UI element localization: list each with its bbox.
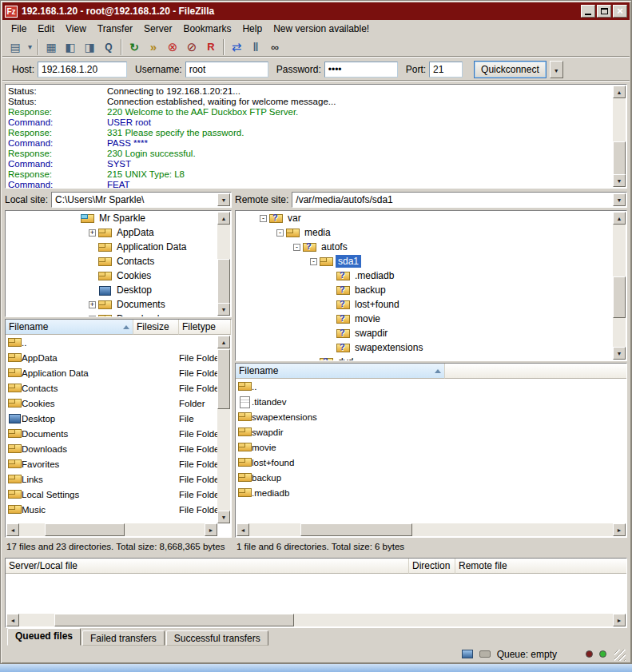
scrollbar-thumb[interactable] bbox=[613, 276, 626, 318]
menu-item[interactable]: File bbox=[6, 22, 32, 36]
tree-item[interactable]: movie bbox=[236, 312, 626, 326]
tree-expander-icon[interactable] bbox=[276, 229, 284, 237]
scroll-right-button[interactable] bbox=[613, 614, 626, 626]
file-row[interactable]: Favorites File Folder bbox=[6, 456, 231, 471]
speed-limit-icon[interactable] bbox=[479, 650, 491, 658]
menu-item[interactable]: View bbox=[60, 22, 92, 36]
quickconnect-dropdown-button[interactable] bbox=[550, 61, 563, 78]
local-site-combobox[interactable]: C:\Users\Mr Sparkle\ bbox=[51, 192, 232, 208]
file-row[interactable]: Application Data File Folder bbox=[6, 365, 231, 380]
local-list-horizontal-scrollbar[interactable] bbox=[6, 523, 217, 536]
scroll-right-button[interactable] bbox=[613, 523, 626, 536]
column-header-remote-file[interactable]: Remote file bbox=[455, 559, 626, 574]
scroll-left-button[interactable] bbox=[237, 523, 249, 536]
tree-item[interactable]: swapdir bbox=[236, 326, 626, 340]
scroll-up-button[interactable] bbox=[613, 85, 626, 98]
username-input[interactable] bbox=[185, 62, 268, 78]
process-queue-icon[interactable]: » bbox=[144, 38, 163, 56]
tree-item[interactable]: Desktop bbox=[6, 283, 231, 297]
tree-item[interactable]: lost+found bbox=[236, 297, 626, 312]
scroll-left-button[interactable] bbox=[6, 614, 19, 626]
tree-item[interactable]: var bbox=[236, 211, 626, 225]
toggle-local-tree-icon[interactable]: ◧ bbox=[61, 38, 80, 56]
column-header-direction[interactable]: Direction bbox=[409, 559, 455, 574]
file-row[interactable]: .. bbox=[236, 379, 626, 394]
close-button[interactable] bbox=[613, 5, 627, 18]
file-row[interactable]: Links File Folder bbox=[6, 471, 231, 487]
tree-item[interactable]: sda1 bbox=[236, 254, 626, 268]
scrollbar-thumb[interactable] bbox=[45, 523, 125, 536]
column-header-filetype[interactable]: Filetype bbox=[179, 320, 231, 335]
menu-item[interactable]: Server bbox=[138, 22, 177, 36]
file-row[interactable]: Cookies Folder bbox=[6, 396, 231, 411]
reconnect-icon[interactable]: R bbox=[201, 38, 221, 56]
remote-site-combobox[interactable]: /var/media/autofs/sda1 bbox=[292, 192, 627, 208]
tree-item[interactable]: dvd bbox=[236, 355, 626, 361]
tree-expander-icon[interactable] bbox=[310, 258, 317, 265]
scroll-down-button[interactable] bbox=[613, 174, 626, 187]
queue-tab[interactable]: Failed transfers bbox=[82, 630, 165, 646]
local-list-vertical-scrollbar[interactable] bbox=[217, 336, 230, 523]
maximize-button[interactable] bbox=[597, 5, 611, 18]
file-row[interactable]: Music File Folder bbox=[6, 502, 231, 517]
resize-grip[interactable] bbox=[614, 650, 626, 661]
combo-dropdown-icon[interactable] bbox=[217, 193, 230, 206]
filename-filters-icon[interactable]: Q bbox=[99, 38, 118, 56]
tree-item[interactable]: Documents bbox=[6, 297, 231, 312]
tree-item[interactable]: Application Data bbox=[6, 240, 231, 254]
file-row[interactable]: AppData File Folder bbox=[6, 350, 231, 365]
tree-item[interactable]: swapextensions bbox=[236, 340, 626, 355]
refresh-icon[interactable]: ↻ bbox=[125, 38, 144, 56]
tree-item[interactable]: AppData bbox=[6, 225, 231, 240]
file-row[interactable]: .mediadb bbox=[236, 485, 626, 500]
file-row[interactable]: .. bbox=[6, 335, 231, 350]
tree-item[interactable]: Mr Sparkle bbox=[6, 211, 231, 225]
file-row[interactable]: .titandev bbox=[236, 394, 626, 409]
queue-tab[interactable]: Successful transfers bbox=[166, 630, 268, 646]
file-row[interactable]: swapextensions bbox=[236, 409, 626, 424]
tree-item[interactable]: autofs bbox=[236, 240, 626, 254]
tree-item[interactable]: media bbox=[236, 225, 626, 240]
menu-item[interactable]: Transfer bbox=[92, 22, 138, 36]
password-input[interactable] bbox=[324, 62, 398, 78]
file-row[interactable]: Desktop File bbox=[6, 411, 231, 426]
menu-item[interactable]: Bookmarks bbox=[177, 22, 237, 36]
file-row[interactable]: backup bbox=[236, 470, 626, 485]
scrollbar-thumb[interactable] bbox=[54, 614, 294, 626]
menu-item[interactable]: Edit bbox=[32, 22, 60, 36]
tree-item[interactable]: Cookies bbox=[6, 268, 231, 283]
file-row[interactable]: Contacts File Folder bbox=[6, 380, 231, 396]
combo-dropdown-icon[interactable] bbox=[613, 193, 626, 206]
file-row[interactable]: Local Settings File Folder bbox=[6, 487, 231, 502]
tree-item[interactable]: Downloads bbox=[6, 312, 231, 317]
scroll-up-button[interactable] bbox=[217, 336, 230, 348]
site-manager-dropdown-icon[interactable]: ▾ bbox=[25, 38, 35, 56]
site-manager-icon[interactable]: ▤ bbox=[6, 38, 25, 56]
scroll-up-button[interactable] bbox=[217, 212, 230, 225]
local-tree-vertical-scrollbar[interactable] bbox=[217, 212, 230, 316]
toggle-remote-tree-icon[interactable]: ◨ bbox=[80, 38, 99, 56]
quickconnect-button[interactable]: Quickconnect bbox=[474, 61, 547, 78]
column-header-filename[interactable]: Filename bbox=[236, 364, 445, 379]
scrollbar-thumb[interactable] bbox=[217, 349, 230, 409]
tree-item[interactable]: Contacts bbox=[6, 254, 231, 268]
cancel-icon[interactable]: ⊗ bbox=[163, 38, 182, 56]
queue-tab[interactable]: Queued files bbox=[7, 628, 81, 646]
file-row[interactable]: lost+found bbox=[236, 455, 626, 470]
toggle-message-log-icon[interactable]: ▦ bbox=[42, 38, 61, 56]
tree-item[interactable]: backup bbox=[236, 283, 626, 297]
disconnect-icon[interactable]: ⊘ bbox=[182, 38, 201, 56]
column-header-server-local-file[interactable]: Server/Local file bbox=[6, 559, 409, 574]
tree-expander-icon[interactable] bbox=[260, 215, 267, 222]
column-header-filename[interactable]: Filename bbox=[6, 320, 133, 335]
column-header-filesize[interactable]: Filesize bbox=[133, 320, 179, 335]
file-row[interactable]: Downloads File Folder bbox=[6, 441, 231, 456]
tree-expander-icon[interactable] bbox=[293, 244, 300, 251]
synchronized-browsing-icon[interactable]: ⇄ bbox=[227, 38, 246, 56]
directory-comparison-icon[interactable]: ‖ bbox=[246, 38, 265, 56]
tree-expander-icon[interactable] bbox=[89, 301, 96, 308]
menu-item[interactable]: Help bbox=[237, 22, 268, 36]
scroll-up-button[interactable] bbox=[613, 212, 626, 225]
find-files-icon[interactable]: ∞ bbox=[265, 38, 284, 56]
remote-tree-vertical-scrollbar[interactable] bbox=[613, 212, 626, 360]
